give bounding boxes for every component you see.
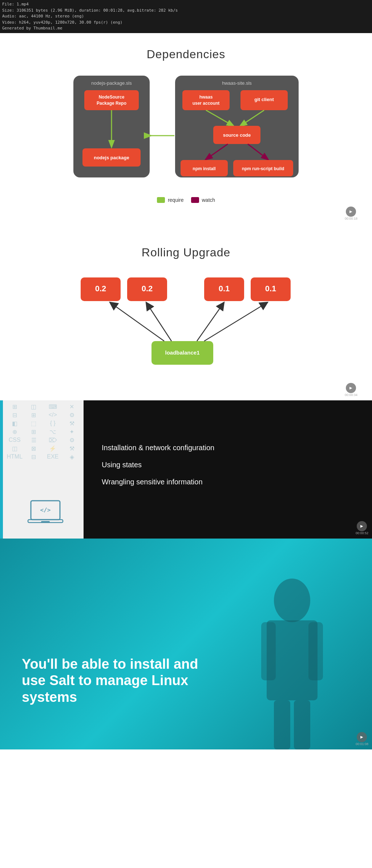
video-menu-item-1: Using states [102,461,354,469]
svg-rect-2 [84,90,139,110]
promo-content: You'll be able to install and use Salt t… [0,641,240,728]
person-svg [241,568,343,749]
rolling-upgrade-diagram: 0.2 0.2 0.1 0.1 loadbalance1 [73,270,299,383]
svg-text:loadbalance1: loadbalance1 [165,349,199,356]
svg-rect-47 [308,622,323,680]
svg-text:Package Repo: Package Repo [97,101,126,106]
dependencies-diagram: nodejs-package.sls NodeSource Package Re… [62,72,310,190]
promo-person [241,568,343,749]
promo-play-icon[interactable]: ▶ [357,732,367,742]
video-panel-section: ⊞ ◫ ⌨ ✕ ⊟ ⊞ </> ⚙ ◧ ⬚ { } ⚒ ⊕ ⊞ ⌥ ✦ CSS … [0,400,372,539]
promo-title: You'll be able to install and use Salt t… [22,656,218,706]
dep-timestamp: 00:00:18 [345,217,357,220]
file-info-line1: File: 1.mp4 [2,1,370,8]
ru-timestamp: 00:00:34 [345,393,357,397]
dependencies-section: Dependencies nodejs-package.sls NodeSour… [0,33,372,231]
svg-text:0.1: 0.1 [219,284,230,293]
svg-rect-48 [274,700,290,749]
svg-text:nodejs package: nodejs package [94,155,129,160]
svg-text:</>: </> [40,507,51,513]
svg-text:user account: user account [193,101,220,106]
svg-text:source code: source code [223,132,251,138]
svg-text:hwaas-site.sls: hwaas-site.sls [222,80,252,86]
legend-watch: watch [191,197,215,203]
legend-require-color [157,197,165,203]
svg-text:git client: git client [254,97,274,102]
svg-rect-46 [261,622,276,680]
svg-rect-43 [41,521,50,523]
dep-timestamp-wrapper: ▶ 00:00:18 [7,207,365,220]
laptop-svg: </> [27,499,64,526]
video-right-panel: Installation & network configuration Usi… [84,400,372,539]
file-info-line2: Size: 3106351 bytes (2.96 MiB), duration… [2,8,370,14]
ru-timestamp-wrapper: ▶ 00:00:34 [7,383,365,400]
video-play-icon[interactable]: ▶ [357,521,367,531]
svg-text:0.1: 0.1 [265,284,276,293]
rolling-upgrade-section: Rolling Upgrade 0.2 0.2 0.1 0.1 [0,231,372,400]
promo-play-btn[interactable]: ▶ 00:01:08 [356,732,368,746]
rolling-upgrade-svg: 0.2 0.2 0.1 0.1 loadbalance1 [73,270,299,379]
ru-play-btn[interactable]: ▶ 00:00:34 [345,383,357,397]
rolling-upgrade-title: Rolling Upgrade [7,246,365,259]
promo-timestamp: 00:01:08 [356,742,368,746]
legend-watch-label: watch [202,197,215,203]
promo-section: You'll be able to install and use Salt t… [0,539,372,749]
svg-text:npm install: npm install [193,166,215,171]
svg-text:hwaas: hwaas [199,95,213,100]
svg-text:NodeSource: NodeSource [99,95,125,100]
dependencies-svg: nodejs-package.sls NodeSource Package Re… [62,72,310,188]
svg-text:0.2: 0.2 [95,284,106,293]
video-menu-item-0: Installation & network configuration [102,444,354,452]
legend: require watch [7,197,365,203]
blue-accent-bar [0,400,3,539]
dependencies-title: Dependencies [7,48,365,61]
legend-require: require [157,197,184,203]
svg-line-37 [146,302,171,341]
svg-rect-49 [294,700,310,749]
svg-line-38 [197,302,224,341]
file-info-line3: Audio: aac, 44100 Hz, stereo (eng) [2,13,370,20]
svg-line-39 [204,302,268,341]
legend-watch-color [191,197,199,203]
legend-require-label: require [168,197,184,203]
laptop-icon: </> [27,499,64,528]
video-menu-item-2: Wrangling sensitive information [102,478,354,486]
svg-point-44 [274,579,310,622]
video-left-panel: ⊞ ◫ ⌨ ✕ ⊟ ⊞ </> ⚙ ◧ ⬚ { } ⚒ ⊕ ⊞ ⌥ ✦ CSS … [0,400,84,539]
dep-play-icon[interactable]: ▶ [346,207,356,217]
video-timestamp: 00:00:52 [356,531,368,535]
ru-play-icon[interactable]: ▶ [346,383,356,393]
file-info-line5: Generated by Thumbnail.me [2,25,370,32]
dep-play-btn[interactable]: ▶ 00:00:18 [345,207,357,220]
svg-text:nodejs-package.sls: nodejs-package.sls [91,80,132,86]
svg-rect-10 [182,90,230,110]
file-info-line4: Video: h264, yuv420p, 1280x720, 30.00 fp… [2,20,370,26]
svg-line-36 [110,302,164,341]
svg-text:npm run-script build: npm run-script build [242,166,284,171]
svg-text:0.2: 0.2 [142,284,153,293]
video-play-btn[interactable]: ▶ 00:00:52 [356,521,368,535]
file-info-bar: File: 1.mp4 Size: 3106351 bytes (2.96 Mi… [0,0,372,33]
